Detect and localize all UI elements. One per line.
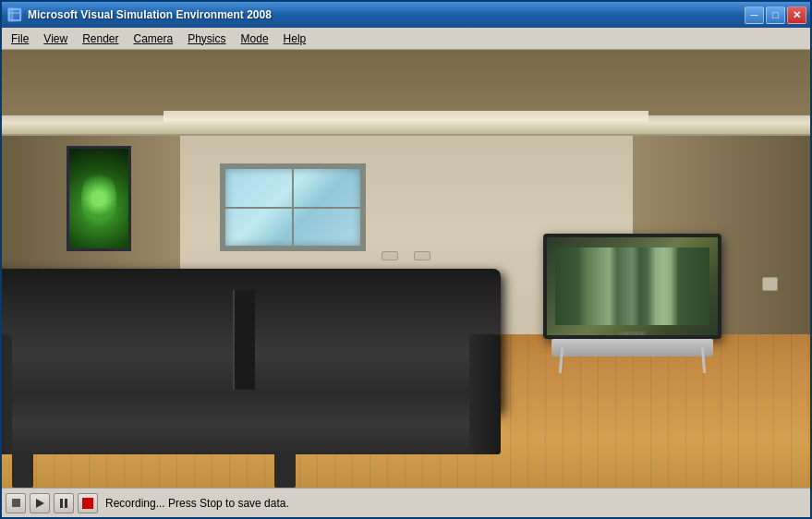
main-window: Microsoft Visual Simulation Environment … <box>0 0 812 519</box>
menu-mode[interactable]: Mode <box>234 30 276 48</box>
sofa-seat <box>2 393 501 454</box>
title-bar: Microsoft Visual Simulation Environment … <box>2 2 810 28</box>
menu-render[interactable]: Render <box>75 30 126 48</box>
status-bar: Recording... Press Stop to save data. <box>2 488 810 517</box>
maximize-button[interactable]: □ <box>766 6 785 24</box>
minimize-button[interactable]: ─ <box>745 6 764 24</box>
sofa-right-arm <box>469 334 501 454</box>
pause-icon <box>60 499 67 508</box>
sofa-back <box>2 269 501 411</box>
record-button[interactable] <box>78 493 98 513</box>
tv-screen: LUMIVISION <box>547 237 718 335</box>
window-title: Microsoft Visual Simulation Environment … <box>28 8 272 21</box>
pause-bar-right <box>65 499 67 508</box>
wall-poster <box>67 146 131 251</box>
crown-molding-inner <box>164 111 648 129</box>
stop-button[interactable] <box>6 493 26 513</box>
menu-help[interactable]: Help <box>276 30 314 48</box>
tv-brand: LUMIVISION <box>619 331 646 335</box>
3d-viewport[interactable]: LUMIVISION <box>2 50 810 488</box>
svg-rect-0 <box>9 9 20 20</box>
poster-image <box>69 149 128 248</box>
tv-stand-legs <box>551 347 713 373</box>
television: LUMIVISION <box>543 234 721 339</box>
sofa <box>2 269 511 488</box>
outlet-1 <box>382 251 398 260</box>
pause-bar-left <box>60 499 63 508</box>
menu-physics[interactable]: Physics <box>180 30 233 48</box>
stop-icon <box>12 499 20 507</box>
pause-button[interactable] <box>54 493 74 513</box>
app-icon <box>7 7 22 22</box>
title-bar-left: Microsoft Visual Simulation Environment … <box>7 7 272 22</box>
room-scene: LUMIVISION <box>2 50 810 488</box>
status-message: Recording... Press Stop to save data. <box>105 497 289 510</box>
title-buttons: ─ □ ✕ <box>745 6 806 24</box>
record-icon <box>82 498 93 509</box>
sofa-leg-2 <box>274 454 296 488</box>
play-button[interactable] <box>30 493 50 513</box>
close-button[interactable]: ✕ <box>787 6 806 24</box>
menu-file[interactable]: File <box>4 30 36 48</box>
play-icon <box>36 499 44 508</box>
sofa-left-arm <box>2 334 12 454</box>
menu-bar: File View Render Camera Physics Mode Hel… <box>2 28 810 50</box>
menu-camera[interactable]: Camera <box>127 30 181 48</box>
sofa-leg-1 <box>12 454 33 488</box>
outlet-2 <box>414 251 430 260</box>
right-wall-outlet <box>762 277 779 290</box>
menu-view[interactable]: View <box>36 30 75 48</box>
back-wall-window <box>220 163 366 251</box>
